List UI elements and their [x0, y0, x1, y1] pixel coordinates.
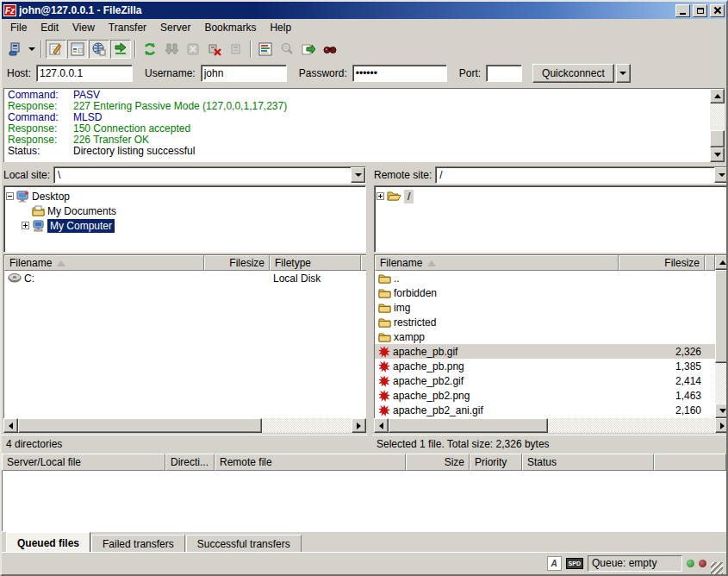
- password-input[interactable]: [352, 65, 447, 82]
- tab-failed-transfers[interactable]: Failed transfers: [91, 535, 185, 552]
- port-input[interactable]: [486, 65, 522, 82]
- queue-body[interactable]: [2, 471, 726, 531]
- expand-icon[interactable]: [22, 222, 29, 229]
- remote-row[interactable]: img: [375, 300, 715, 315]
- scroll-up-button[interactable]: [710, 89, 725, 103]
- column-extra[interactable]: [705, 255, 715, 271]
- maximize-button[interactable]: [693, 4, 707, 17]
- menu-transfer[interactable]: Transfer: [102, 20, 153, 36]
- remote-row[interactable]: forbidden: [375, 285, 715, 300]
- column-last-modified[interactable]: L: [361, 255, 366, 271]
- scrollbar-thumb[interactable]: [710, 130, 725, 147]
- scroll-up-button[interactable]: [715, 255, 728, 270]
- resize-grip[interactable]: [711, 562, 723, 574]
- scrollbar-thumb[interactable]: [18, 418, 262, 433]
- remote-file-list: Filename Filesize ..: [374, 254, 728, 433]
- scroll-right-button[interactable]: [352, 418, 366, 433]
- filter-button[interactable]: [255, 40, 276, 59]
- column-filetype[interactable]: Filetype: [270, 255, 361, 271]
- remote-row[interactable]: ..: [375, 271, 715, 285]
- remote-vscrollbar[interactable]: [715, 255, 728, 418]
- remote-hscrollbar[interactable]: [374, 418, 728, 433]
- scrollbar-thumb[interactable]: [389, 418, 548, 433]
- quickconnect-button[interactable]: Quickconnect: [532, 64, 614, 83]
- menu-help[interactable]: Help: [263, 20, 298, 36]
- menu-file[interactable]: File: [3, 20, 34, 36]
- queue-tabs: Queued files Failed transfers Successful…: [2, 531, 726, 552]
- menu-bookmarks[interactable]: Bookmarks: [197, 20, 263, 36]
- file-type: Local Disk: [273, 272, 320, 285]
- scroll-right-button[interactable]: [715, 418, 728, 433]
- column-status[interactable]: Status: [522, 454, 654, 471]
- log-scrollbar[interactable]: [710, 89, 725, 162]
- collapse-icon[interactable]: [6, 192, 14, 200]
- reconnect-button[interactable]: [226, 40, 246, 59]
- my-computer-icon: [32, 220, 45, 232]
- column-server-local-file[interactable]: Server/Local file: [2, 454, 165, 471]
- tree-item-my-computer[interactable]: My Computer: [6, 218, 365, 233]
- column-filesize[interactable]: Filesize: [619, 255, 705, 271]
- tree-item-desktop[interactable]: Desktop: [6, 189, 365, 203]
- menu-edit[interactable]: Edit: [34, 20, 65, 36]
- sync-browsing-button[interactable]: [298, 40, 319, 59]
- remote-row[interactable]: xampp: [375, 329, 715, 344]
- local-site-combo[interactable]: \: [53, 166, 366, 184]
- remote-row[interactable]: apache_pb.png 1,385: [375, 359, 715, 373]
- tab-successful-transfers[interactable]: Successful transfers: [186, 535, 302, 552]
- scrollbar-thumb[interactable]: [715, 270, 728, 363]
- find-files-icon: [323, 42, 337, 56]
- find-files-button[interactable]: [320, 40, 340, 59]
- local-site-dropdown[interactable]: [351, 167, 365, 183]
- expand-icon[interactable]: [376, 192, 384, 200]
- username-label: Username:: [145, 67, 196, 79]
- local-hscrollbar[interactable]: [3, 418, 366, 433]
- local-list-header: Filename Filesize Filetype L: [4, 255, 366, 271]
- toggle-remote-tree-button[interactable]: [89, 40, 109, 59]
- toggle-local-tree-button[interactable]: [67, 40, 88, 59]
- title-bar[interactable]: Fz john@127.0.0.1 - FileZilla: [2, 2, 726, 19]
- column-filename[interactable]: Filename: [4, 255, 204, 271]
- toolbar-separator: [134, 41, 136, 58]
- column-size[interactable]: Size: [406, 454, 470, 471]
- local-row-c-drive[interactable]: C: Local Disk: [4, 271, 366, 285]
- scroll-left-button[interactable]: [374, 418, 389, 433]
- remote-row[interactable]: restricted: [375, 315, 715, 329]
- quickconnect-dropdown[interactable]: [616, 64, 631, 83]
- tab-queued-files[interactable]: Queued files: [6, 532, 90, 552]
- comparison-button[interactable]: [277, 40, 297, 59]
- scroll-down-button[interactable]: [715, 404, 728, 418]
- column-priority[interactable]: Priority: [470, 454, 522, 471]
- username-input[interactable]: [201, 65, 287, 82]
- remote-row[interactable]: apache_pb2.gif 2,414: [375, 373, 715, 388]
- process-queue-button[interactable]: [161, 40, 182, 59]
- toggle-queue-button[interactable]: [110, 40, 131, 59]
- remote-site-combo[interactable]: /: [435, 166, 728, 184]
- site-manager-button[interactable]: [4, 40, 25, 59]
- scroll-left-button[interactable]: [3, 418, 18, 433]
- tree-item-root[interactable]: /: [376, 189, 728, 203]
- close-icon: [714, 7, 721, 14]
- filezilla-window: Fz john@127.0.0.1 - FileZilla File Edit …: [0, 0, 728, 576]
- column-filesize[interactable]: Filesize: [204, 255, 270, 271]
- column-remote-file[interactable]: Remote file: [215, 454, 406, 471]
- close-button[interactable]: [710, 4, 725, 17]
- cancel-button[interactable]: [183, 40, 203, 59]
- disconnect-button[interactable]: [204, 40, 225, 59]
- refresh-button[interactable]: [140, 40, 160, 59]
- folder-icon: [378, 288, 391, 298]
- remote-row[interactable]: apache_pb2.png 1,463: [375, 388, 715, 403]
- scroll-down-button[interactable]: [710, 147, 725, 162]
- site-manager-dropdown[interactable]: [26, 40, 37, 59]
- menu-view[interactable]: View: [65, 20, 102, 36]
- toggle-log-button[interactable]: [46, 40, 66, 59]
- minimize-button[interactable]: [675, 4, 690, 17]
- tree-item-my-documents[interactable]: My Documents: [6, 203, 365, 218]
- remote-row-selected[interactable]: apache_pb.gif 2,326: [375, 344, 715, 359]
- remote-site-dropdown[interactable]: [714, 167, 728, 183]
- column-direction[interactable]: Directi...: [165, 454, 215, 471]
- menu-server[interactable]: Server: [153, 20, 197, 36]
- receive-activity-led-icon: [699, 560, 706, 567]
- column-filename[interactable]: Filename: [375, 255, 619, 271]
- remote-row[interactable]: apache_pb2_ani.gif 2,160: [375, 403, 715, 417]
- host-input[interactable]: [36, 65, 133, 82]
